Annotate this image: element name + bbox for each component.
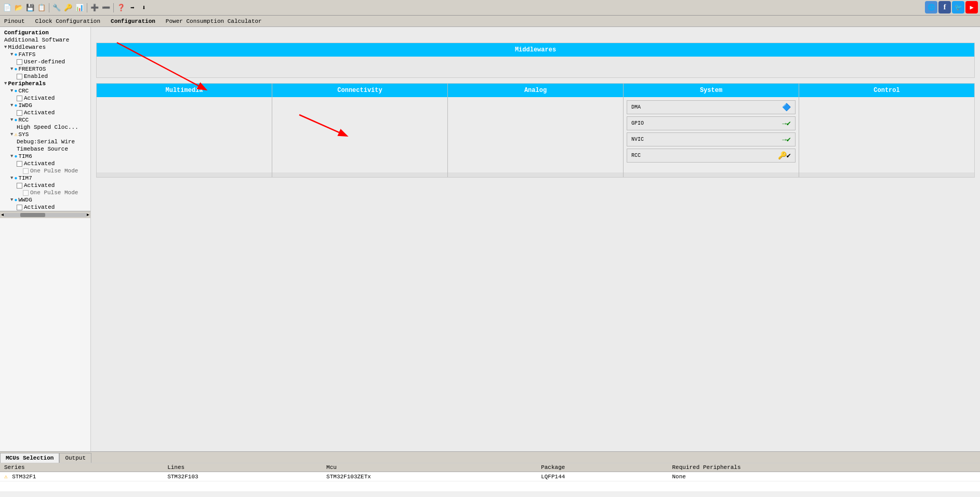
multimedia-header[interactable]: Multimedia (97, 84, 272, 97)
col-mcu: Mcu (322, 463, 537, 472)
control-header[interactable]: Control (799, 84, 974, 97)
key-icon[interactable]: 🔑 (63, 3, 73, 13)
open-icon[interactable]: 📂 (14, 3, 24, 13)
rcc-label: RCC (631, 153, 641, 158)
multimedia-body (97, 97, 272, 172)
expand-icon: ▼ (10, 103, 13, 108)
sidebar-rcc[interactable]: ▼ ● RCC (0, 116, 90, 124)
help-icon[interactable]: ❓ (116, 3, 126, 13)
sidebar-fatfs-user-defined[interactable]: User-defined (0, 58, 90, 65)
sidebar-freertos[interactable]: ▼ ● FREERTOS (0, 65, 90, 73)
tim6-dot: ● (14, 154, 17, 159)
separator-2 (87, 3, 87, 12)
table-row[interactable]: ⚠ STM32F1 STM32F103 STM32F103ZETx LQFP14… (0, 472, 980, 481)
sidebar-scrollbar[interactable]: ◀ ▶ (0, 211, 90, 218)
tim6-activated-checkbox[interactable] (17, 161, 22, 167)
dma-label: DMA (631, 104, 641, 110)
scroll-right-btn[interactable]: ▶ (87, 212, 89, 218)
new-file-icon[interactable]: 📄 (2, 3, 12, 13)
tim7-one-pulse-checkbox[interactable] (23, 190, 29, 196)
arrow-right-icon[interactable]: ➡️ (127, 3, 138, 13)
dma-button[interactable]: DMA 🔷 (627, 100, 796, 114)
expand-icon: ▼ (4, 45, 7, 50)
copy-icon[interactable]: 📋 (36, 3, 47, 13)
sidebar-sys-timebase[interactable]: Timebase Source (0, 145, 90, 153)
middlewares-section: Middlewares (96, 43, 975, 78)
sidebar-sys[interactable]: ▼ ⚠ SYS (0, 131, 90, 138)
remove-icon[interactable]: ➖ (101, 3, 111, 13)
sidebar-crc-activated[interactable]: Activated (0, 95, 90, 102)
menu-pinout[interactable]: Pinout (2, 18, 27, 25)
sidebar-tim6[interactable]: ▼ ● TIM6 (0, 153, 90, 160)
sidebar-tim6-activated[interactable]: Activated (0, 160, 90, 167)
sidebar-additional-software[interactable]: Additional Software (0, 36, 90, 44)
sidebar-fatfs[interactable]: ▼ ● FATFS (0, 51, 90, 58)
sidebar-tim6-one-pulse: One Pulse Mode (0, 167, 90, 174)
sidebar-rcc-hsc[interactable]: High Speed Cloc... (0, 124, 90, 131)
sidebar-tim7-one-pulse: One Pulse Mode (0, 189, 90, 196)
fatfs-user-defined-checkbox[interactable] (17, 59, 22, 65)
settings-icon[interactable]: 🔧 (51, 3, 62, 13)
add-icon[interactable]: ➕ (89, 3, 100, 13)
tim7-activated-checkbox[interactable] (17, 183, 22, 189)
scroll-thumb[interactable] (20, 213, 45, 217)
menubar: Pinout Clock Configuration Configuration… (0, 16, 980, 27)
chart-icon[interactable]: 📊 (74, 3, 85, 13)
sidebar-middlewares[interactable]: ▼ Middlewares (0, 44, 90, 51)
tab-mcus-selection[interactable]: MCUs Selection (0, 453, 59, 463)
sidebar-sys-debug[interactable]: Debug:Serial Wire (0, 138, 90, 145)
system-body: DMA 🔷 GPIO →✔ NVIC →✔ RCC 🔑✔ (624, 97, 799, 172)
sidebar-iwdg[interactable]: ▼ ● IWDG (0, 102, 90, 109)
cell-package: LQFP144 (537, 472, 668, 481)
social-icons: 🌐 f 🐦 ▶ (925, 1, 978, 14)
download-icon[interactable]: ⬇️ (139, 3, 149, 13)
dma-icon: 🔷 (782, 103, 791, 112)
categories-container: Multimedia Connectivity Analog System DM… (96, 83, 975, 178)
cell-lines: STM32F103 (163, 472, 322, 481)
sidebar-tim7-activated[interactable]: Activated (0, 182, 90, 189)
category-system: System DMA 🔷 GPIO →✔ NVIC →✔ (624, 84, 799, 177)
separator-1 (49, 3, 49, 12)
menu-configuration[interactable]: Configuration (109, 18, 157, 25)
gpio-button[interactable]: GPIO →✔ (627, 116, 796, 130)
menu-power[interactable]: Power Consumption Calculator (164, 18, 264, 25)
twitter-button[interactable]: 🐦 (952, 1, 964, 14)
expand-icon: ▼ (10, 117, 13, 123)
sidebar-freertos-enabled[interactable]: Enabled (0, 73, 90, 80)
bottom-tabs: MCUs Selection Output (0, 451, 980, 463)
wwdg-activated-checkbox[interactable] (17, 205, 22, 210)
sidebar-crc[interactable]: ▼ ● CRC (0, 87, 90, 95)
cell-series: ⚠ STM32F1 (0, 472, 163, 481)
nvic-icon: →✔ (782, 135, 791, 144)
separator-3 (113, 3, 114, 12)
sidebar-peripherals[interactable]: ▼ Peripherals (0, 80, 90, 87)
analog-header[interactable]: Analog (448, 84, 623, 97)
facebook-button[interactable]: f (938, 1, 951, 14)
main-container: Configuration Additional Software ▼ Midd… (0, 27, 980, 451)
crc-activated-checkbox[interactable] (17, 96, 22, 101)
tim6-one-pulse-checkbox[interactable] (23, 168, 29, 174)
analog-body (448, 97, 623, 172)
scroll-track[interactable] (4, 213, 86, 217)
youtube-button[interactable]: ▶ (965, 1, 978, 14)
save-icon[interactable]: 💾 (25, 3, 35, 13)
globe-button[interactable]: 🌐 (925, 1, 937, 14)
connectivity-header[interactable]: Connectivity (272, 84, 447, 97)
col-lines: Lines (163, 463, 322, 472)
sidebar-wwdg[interactable]: ▼ ● WWDG (0, 196, 90, 204)
col-series: Series (0, 463, 163, 472)
freertos-enabled-checkbox[interactable] (17, 74, 22, 79)
sidebar-wwdg-activated[interactable]: Activated (0, 204, 90, 211)
system-header[interactable]: System (624, 84, 799, 97)
iwdg-activated-checkbox[interactable] (17, 110, 22, 116)
tab-output[interactable]: Output (59, 453, 91, 463)
sidebar-tim7[interactable]: ▼ ● TIM7 (0, 174, 90, 182)
expand-icon: ▼ (10, 132, 13, 137)
rcc-button[interactable]: RCC 🔑✔ (627, 149, 796, 163)
menu-clock-config[interactable]: Clock Configuration (33, 18, 102, 25)
gpio-label: GPIO (631, 120, 644, 126)
middlewares-body (97, 57, 974, 77)
sidebar-iwdg-activated[interactable]: Activated (0, 109, 90, 116)
nvic-button[interactable]: NVIC →✔ (627, 132, 796, 146)
wwdg-dot: ● (14, 197, 17, 203)
